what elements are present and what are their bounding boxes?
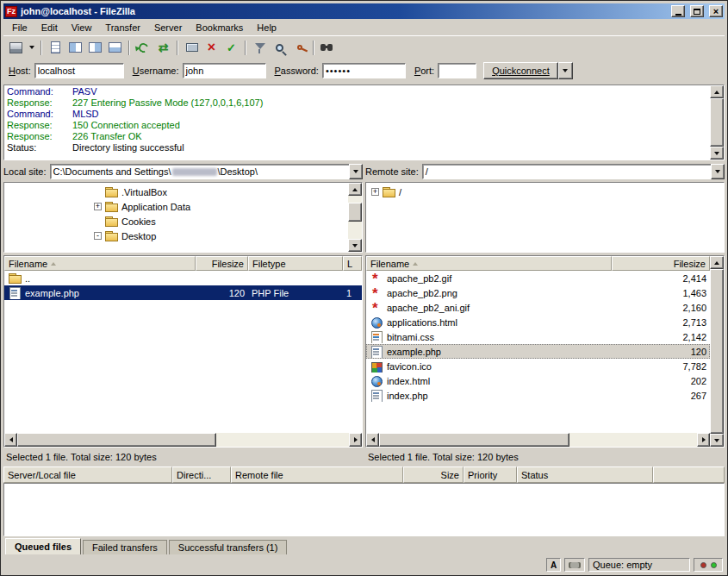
toggle-local-tree-button[interactable] xyxy=(65,38,85,57)
remote-path-field[interactable]: / xyxy=(422,164,711,179)
filter-button[interactable] xyxy=(250,38,270,57)
password-input[interactable]: •••••• xyxy=(322,63,406,78)
column-header-filetype[interactable]: Filetype xyxy=(248,256,343,271)
menu-view[interactable]: View xyxy=(65,21,99,34)
menu-server[interactable]: Server xyxy=(147,21,189,34)
scroll-right-button[interactable] xyxy=(349,433,362,447)
file-row[interactable]: applications.html2,713 xyxy=(366,315,710,329)
tree-item-virtualbox[interactable]: .VirtualBox xyxy=(4,185,348,199)
scroll-thumb[interactable] xyxy=(710,269,724,434)
file-row[interactable]: index.php267 xyxy=(366,388,710,403)
encryption-indicator-icon[interactable] xyxy=(564,558,585,572)
scroll-thumb[interactable] xyxy=(710,98,724,147)
local-tree-scrollbar[interactable] xyxy=(348,183,362,252)
username-input[interactable]: john xyxy=(183,63,266,78)
refresh-button[interactable] xyxy=(134,38,153,57)
scroll-left-button[interactable] xyxy=(366,433,379,447)
menu-help[interactable]: Help xyxy=(250,21,283,34)
quickconnect-button[interactable]: Quickconnect xyxy=(483,62,558,79)
title-bar[interactable]: Fz john@localhost - FileZilla × xyxy=(3,3,725,19)
menu-edit[interactable]: Edit xyxy=(34,21,65,34)
queue-column-remote-file[interactable]: Remote file xyxy=(231,466,403,483)
queue-column-priority[interactable]: Priority xyxy=(464,466,517,483)
scroll-right-button[interactable] xyxy=(697,433,710,447)
toggle-message-log-button[interactable] xyxy=(46,38,65,57)
compare-button[interactable] xyxy=(270,38,289,57)
toggle-queue-button[interactable] xyxy=(105,38,125,57)
tab-successful-transfers[interactable]: Successful transfers (1) xyxy=(169,540,288,554)
scroll-track[interactable] xyxy=(379,433,697,447)
column-header-filename[interactable]: Filename xyxy=(366,256,612,271)
port-input[interactable] xyxy=(438,63,476,78)
remote-site-combobox[interactable]: / xyxy=(422,164,725,179)
toggle-remote-tree-button[interactable] xyxy=(85,38,105,57)
remote-path-dropdown-button[interactable] xyxy=(711,164,725,179)
tree-item-root[interactable]: +/ xyxy=(366,185,724,199)
column-header-filesize[interactable]: Filesize xyxy=(196,256,248,271)
file-row-parent-dir[interactable]: .. xyxy=(4,271,362,285)
tree-item-application-data[interactable]: +Application Data xyxy=(4,199,348,214)
scroll-track[interactable] xyxy=(348,196,362,239)
queue-column-size[interactable]: Size xyxy=(403,466,464,483)
queue-column-status[interactable]: Status xyxy=(517,466,653,483)
site-manager-button[interactable] xyxy=(6,38,26,57)
find-files-button[interactable] xyxy=(318,38,338,57)
file-row[interactable]: bitnami.css2,142 xyxy=(366,329,710,344)
site-manager-dropdown-button[interactable] xyxy=(26,38,37,57)
queue-body[interactable] xyxy=(3,483,725,536)
tree-item-cookies[interactable]: Cookies xyxy=(4,214,348,229)
tab-failed-transfers[interactable]: Failed transfers xyxy=(83,540,167,554)
file-row-example-php[interactable]: example.php120 xyxy=(366,344,710,359)
tree-expander[interactable]: + xyxy=(371,188,379,196)
scroll-thumb[interactable] xyxy=(17,433,216,447)
cancel-button[interactable] xyxy=(202,38,221,57)
close-button[interactable]: × xyxy=(709,5,723,17)
scroll-up-button[interactable] xyxy=(348,183,362,196)
file-row[interactable]: index.html202 xyxy=(366,373,710,388)
local-horizontal-scrollbar[interactable] xyxy=(4,433,362,447)
menu-bookmarks[interactable]: Bookmarks xyxy=(189,21,250,34)
scroll-thumb[interactable] xyxy=(348,203,362,222)
scroll-thumb[interactable] xyxy=(379,433,569,447)
tab-queued-files[interactable]: Queued files xyxy=(5,538,81,554)
host-input[interactable]: localhost xyxy=(34,63,124,78)
file-row-example-php[interactable]: example.php 120 PHP File 1 xyxy=(4,285,362,300)
column-header-filesize[interactable]: Filesize xyxy=(612,256,710,271)
local-site-combobox[interactable]: C:\Documents and Settings\\Desktop\ xyxy=(50,164,363,179)
process-queue-button[interactable] xyxy=(221,38,241,57)
queue-column-server-local-file[interactable]: Server/Local file xyxy=(3,466,172,483)
scroll-track[interactable] xyxy=(710,98,724,147)
menu-transfer[interactable]: Transfer xyxy=(98,21,147,34)
minimize-button[interactable] xyxy=(671,5,685,17)
log-vertical-scrollbar[interactable] xyxy=(710,85,724,160)
column-header-filename[interactable]: Filename xyxy=(4,256,196,271)
file-row[interactable]: apache_pb2_ani.gif2,160 xyxy=(366,300,710,315)
disconnect-button[interactable] xyxy=(182,38,202,57)
file-row[interactable]: apache_pb2.gif2,414 xyxy=(366,271,710,285)
local-path-field[interactable]: C:\Documents and Settings\\Desktop\ xyxy=(50,164,349,179)
local-path-dropdown-button[interactable] xyxy=(349,164,363,179)
quickconnect-dropdown-button[interactable] xyxy=(558,62,573,79)
scroll-track[interactable] xyxy=(17,433,349,447)
file-row[interactable]: favicon.ico7,782 xyxy=(366,359,710,373)
tree-item-desktop[interactable]: -Desktop xyxy=(4,229,348,243)
tree-expander[interactable]: - xyxy=(94,232,102,240)
file-row[interactable]: apache_pb2.png1,463 xyxy=(366,285,710,300)
key-button[interactable] xyxy=(289,38,309,57)
scroll-up-button[interactable] xyxy=(710,256,724,269)
scroll-down-button[interactable] xyxy=(710,434,724,447)
scroll-down-button[interactable] xyxy=(348,239,362,252)
tree-expander[interactable]: + xyxy=(94,203,102,210)
remote-vertical-scrollbar[interactable] xyxy=(710,256,724,447)
transfer-type-icon[interactable] xyxy=(546,558,561,572)
scroll-left-button[interactable] xyxy=(4,433,17,447)
maximize-button[interactable] xyxy=(690,5,704,17)
menu-file[interactable]: File xyxy=(5,21,34,34)
column-header-last-modified[interactable]: L xyxy=(343,256,362,271)
scroll-down-button[interactable] xyxy=(710,147,724,160)
synchronized-browsing-button[interactable] xyxy=(153,38,173,57)
scroll-track[interactable] xyxy=(710,269,724,434)
queue-column-direction[interactable]: Directi... xyxy=(172,466,231,483)
remote-horizontal-scrollbar[interactable] xyxy=(366,433,710,447)
scroll-up-button[interactable] xyxy=(710,85,724,98)
